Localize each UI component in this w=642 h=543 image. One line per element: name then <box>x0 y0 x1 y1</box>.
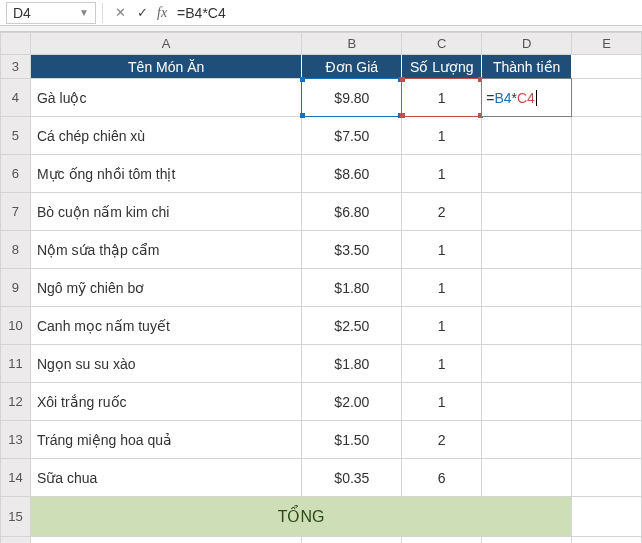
cell[interactable] <box>572 155 642 193</box>
total-label-cell[interactable]: TỔNG <box>30 497 571 537</box>
row-header-13[interactable]: 13 <box>1 421 31 459</box>
cell-name[interactable]: Cá chép chiên xù <box>30 117 302 155</box>
cell-editor[interactable]: =B4*C4 <box>481 78 572 117</box>
table-row: 12 Xôi trắng ruốc $2.00 1 <box>1 383 642 421</box>
cell[interactable] <box>402 537 482 544</box>
col-header-e[interactable]: E <box>572 33 642 55</box>
cell-total[interactable] <box>482 155 572 193</box>
divider <box>102 3 103 23</box>
cell[interactable] <box>572 345 642 383</box>
row-header-7[interactable]: 7 <box>1 193 31 231</box>
cell-total[interactable] <box>482 269 572 307</box>
cell-qty[interactable]: 6 <box>402 459 482 497</box>
cell[interactable] <box>572 79 642 117</box>
cell-qty[interactable]: 2 <box>402 421 482 459</box>
cell-name[interactable]: Ngô mỹ chiên bơ <box>30 269 302 307</box>
cell-name[interactable]: Gà luộc <box>30 79 302 117</box>
cell-qty[interactable]: 1 <box>402 345 482 383</box>
cell-name[interactable]: Ngọn su su xào <box>30 345 302 383</box>
row-header-8[interactable]: 8 <box>1 231 31 269</box>
confirm-icon[interactable]: ✓ <box>131 5 153 20</box>
cell-name[interactable]: Xôi trắng ruốc <box>30 383 302 421</box>
row-header-15[interactable]: 15 <box>1 497 31 537</box>
cancel-icon[interactable]: ✕ <box>109 5 131 20</box>
cell-total[interactable] <box>482 307 572 345</box>
row-header-4[interactable]: 4 <box>1 79 31 117</box>
header-qty[interactable]: Số Lượng <box>402 55 482 79</box>
row-header-16[interactable]: 16 <box>1 537 31 544</box>
cell-price[interactable]: $7.50 <box>302 117 402 155</box>
cell-total[interactable] <box>482 383 572 421</box>
cell[interactable] <box>572 421 642 459</box>
cell[interactable] <box>572 497 642 537</box>
cell[interactable] <box>572 307 642 345</box>
cell[interactable] <box>572 231 642 269</box>
cell-qty[interactable]: 1 <box>402 155 482 193</box>
cell-price[interactable]: $1.80 <box>302 345 402 383</box>
cell-qty[interactable]: 2 <box>402 193 482 231</box>
row-header-14[interactable]: 14 <box>1 459 31 497</box>
cell[interactable] <box>572 193 642 231</box>
cell-qty[interactable]: 1 <box>402 269 482 307</box>
table-row: 9 Ngô mỹ chiên bơ $1.80 1 <box>1 269 642 307</box>
cell-qty[interactable]: 1 <box>402 383 482 421</box>
col-header-c[interactable]: C <box>402 33 482 55</box>
header-name[interactable]: Tên Món Ăn <box>30 55 302 79</box>
cell[interactable] <box>572 383 642 421</box>
cell-price[interactable]: $2.50 <box>302 307 402 345</box>
fx-icon[interactable]: fx <box>153 5 171 21</box>
cell[interactable] <box>572 55 642 79</box>
cell[interactable] <box>302 537 402 544</box>
cell-total[interactable] <box>482 193 572 231</box>
name-box[interactable]: D4 ▼ <box>6 2 96 24</box>
cell-price[interactable]: $0.35 <box>302 459 402 497</box>
cell-total[interactable] <box>482 231 572 269</box>
cell-qty[interactable]: 1 <box>402 307 482 345</box>
spreadsheet-grid[interactable]: A B C D E 3 Tên Món Ăn Đơn Giá Số Lượng … <box>0 32 642 543</box>
row-header-6[interactable]: 6 <box>1 155 31 193</box>
cell-total[interactable] <box>482 345 572 383</box>
row-header-3[interactable]: 3 <box>1 55 31 79</box>
select-all-corner[interactable] <box>1 33 31 55</box>
cell-qty[interactable]: 1 <box>402 231 482 269</box>
cell-price[interactable]: $8.60 <box>302 155 402 193</box>
cell-name[interactable]: Sữa chua <box>30 459 302 497</box>
chevron-down-icon[interactable]: ▼ <box>79 7 89 18</box>
cell-total[interactable] <box>482 421 572 459</box>
cell-name[interactable]: Canh mọc nấm tuyết <box>30 307 302 345</box>
cell-name[interactable]: Mực ống nhồi tôm thịt <box>30 155 302 193</box>
row-header-12[interactable]: 12 <box>1 383 31 421</box>
row-header-5[interactable]: 5 <box>1 117 31 155</box>
row-header-10[interactable]: 10 <box>1 307 31 345</box>
table-row: 8 Nộm sứa thập cẩm $3.50 1 <box>1 231 642 269</box>
cell[interactable] <box>572 537 642 544</box>
cell[interactable] <box>572 459 642 497</box>
cell-price[interactable]: $9.80 <box>302 79 402 117</box>
col-header-b[interactable]: B <box>302 33 402 55</box>
cell-price[interactable]: $3.50 <box>302 231 402 269</box>
col-header-d[interactable]: D <box>482 33 572 55</box>
cell-price[interactable]: $6.80 <box>302 193 402 231</box>
row-header-9[interactable]: 9 <box>1 269 31 307</box>
cell-price[interactable]: $1.80 <box>302 269 402 307</box>
cell-name[interactable]: Tráng miệng hoa quả <box>30 421 302 459</box>
cell[interactable] <box>30 537 302 544</box>
header-total[interactable]: Thành tiền <box>482 55 572 79</box>
cell-editing[interactable]: =B4*C4 <box>482 79 572 117</box>
cell-total[interactable] <box>482 117 572 155</box>
cell-total[interactable] <box>482 459 572 497</box>
cell-name[interactable]: Bò cuộn nấm kim chi <box>30 193 302 231</box>
cell-price[interactable]: $2.00 <box>302 383 402 421</box>
cell-name[interactable]: Nộm sứa thập cẩm <box>30 231 302 269</box>
table-row: 11 Ngọn su su xào $1.80 1 <box>1 345 642 383</box>
cell[interactable] <box>482 537 572 544</box>
header-price[interactable]: Đơn Giá <box>302 55 402 79</box>
cell[interactable] <box>572 269 642 307</box>
cell[interactable] <box>572 117 642 155</box>
col-header-a[interactable]: A <box>30 33 302 55</box>
cell-qty[interactable]: 1 <box>402 117 482 155</box>
cell-price[interactable]: $1.50 <box>302 421 402 459</box>
formula-input[interactable]: =B4*C4 <box>171 5 642 21</box>
cell-qty[interactable]: 1 <box>402 79 482 117</box>
row-header-11[interactable]: 11 <box>1 345 31 383</box>
